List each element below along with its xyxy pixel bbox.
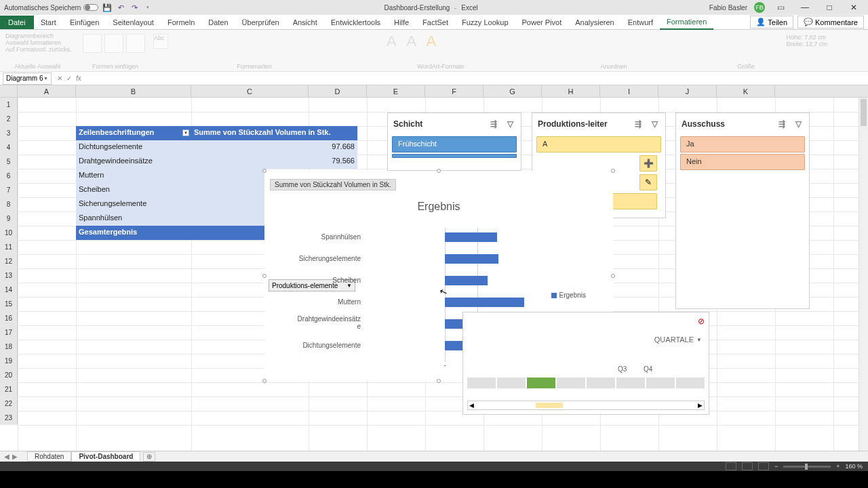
close-icon[interactable]: ✕	[845, 1, 863, 14]
resize-handle[interactable]	[611, 274, 615, 278]
slicer-item-icon[interactable]: ➕	[639, 155, 657, 171]
resize-handle[interactable]	[262, 379, 267, 383]
col-header[interactable]: H	[542, 85, 600, 97]
timeline-segment[interactable]	[587, 378, 615, 388]
resize-handle[interactable]	[262, 169, 267, 173]
pivot-row[interactable]: Drahtgewindeeinsätze	[76, 155, 191, 169]
col-header[interactable]: K	[717, 85, 775, 97]
zoom-value[interactable]: 160 %	[845, 463, 863, 470]
col-header[interactable]: B	[76, 85, 191, 97]
pivot-row[interactable]: Muttern	[76, 169, 191, 183]
sheet-tab[interactable]: Rohdaten	[27, 451, 71, 462]
pivot-row[interactable]: Spannhülsen	[76, 211, 191, 226]
tab-fuzzylookup[interactable]: Fuzzy Lookup	[455, 16, 515, 29]
pivot-value[interactable]	[191, 183, 264, 197]
timeline-segment[interactable]	[497, 378, 526, 388]
tab-daten[interactable]: Daten	[201, 16, 235, 29]
worksheet-grid[interactable]: A B C D E F G H I J K	[0, 85, 868, 451]
zoom-in-icon[interactable]: +	[836, 463, 840, 470]
row-header[interactable]: 7	[0, 183, 18, 197]
tab-formeln[interactable]: Formeln	[161, 16, 201, 29]
pivot-total-label[interactable]: Gesamtergebnis	[76, 226, 191, 240]
clear-filter-icon[interactable]: ▽	[649, 119, 660, 129]
scroll-right-icon[interactable]: ▶	[698, 402, 703, 409]
slicer-item[interactable]: Frühschicht	[392, 136, 517, 152]
filter-dropdown-icon[interactable]: ▼	[182, 129, 189, 136]
timeline-segment[interactable]	[557, 378, 585, 388]
timeline-track[interactable]	[467, 378, 705, 388]
tab-ueberpruefen[interactable]: Überprüfen	[235, 16, 286, 29]
tab-format[interactable]: Formatieren	[660, 15, 713, 30]
share-button[interactable]: 👤Teilen	[750, 16, 793, 28]
next-sheet-icon[interactable]: ▶	[12, 453, 18, 460]
resize-handle[interactable]	[611, 169, 615, 173]
timeline-segment[interactable]	[646, 378, 675, 388]
fx-icon[interactable]: fx	[76, 75, 81, 82]
timeline-segment[interactable]	[467, 378, 496, 388]
redo-icon[interactable]: ↷	[130, 3, 139, 12]
scrollbar-thumb[interactable]	[861, 99, 867, 126]
autosave-toggle[interactable]: Automatisches Speichern	[4, 4, 98, 12]
chart-bar[interactable]	[445, 232, 497, 242]
user-avatar[interactable]: FB	[754, 2, 765, 13]
cancel-formula-icon[interactable]: ✕	[57, 75, 62, 82]
toggle-switch[interactable]	[83, 4, 98, 11]
col-header[interactable]: I	[600, 85, 658, 97]
clear-filter-icon[interactable]: ▽	[505, 119, 515, 129]
clear-timeline-icon[interactable]: ⊘	[698, 317, 705, 326]
slicer-item[interactable]: Nein	[680, 154, 805, 170]
view-normal-icon[interactable]	[726, 462, 736, 470]
chart-legend[interactable]: Ergebnis	[551, 291, 586, 299]
clear-filter-icon[interactable]: ▽	[793, 119, 804, 129]
tab-datei[interactable]: Datei	[0, 16, 34, 29]
row-header[interactable]: 13	[0, 268, 18, 283]
prev-sheet-icon[interactable]: ◀	[4, 453, 9, 460]
ribbon-display-icon[interactable]: ▭	[772, 1, 789, 14]
pivot-value-header[interactable]: Summe von Stückzahl Volumen in Stk.	[191, 126, 357, 140]
row-header[interactable]: 21	[0, 382, 18, 396]
maximize-icon[interactable]: □	[821, 1, 838, 14]
sheet-tab-active[interactable]: Pivot-Dashboard	[71, 451, 140, 462]
pivot-value[interactable]	[191, 169, 264, 183]
slicer-schicht[interactable]: Schicht ⇶▽ Frühschicht	[387, 113, 521, 171]
pivot-row-header[interactable]: Zeilenbeschriftungen ▼	[76, 126, 191, 140]
row-header[interactable]: 17	[0, 325, 18, 340]
multi-select-icon[interactable]: ⇶	[633, 119, 644, 129]
tab-entwicklertools[interactable]: Entwicklertools	[324, 16, 387, 29]
multi-select-icon[interactable]: ⇶	[488, 119, 499, 129]
undo-icon[interactable]: ↶	[116, 3, 125, 12]
chevron-down-icon[interactable]: ▼	[43, 76, 48, 81]
pivot-row[interactable]: Dichtungselemente	[76, 140, 191, 155]
row-header[interactable]: 15	[0, 297, 18, 311]
tab-seitenlayout[interactable]: Seitenlayout	[106, 16, 161, 29]
row-header[interactable]: 2	[0, 112, 18, 126]
scroll-left-icon[interactable]: ◀	[469, 402, 474, 409]
row-header[interactable]: 14	[0, 283, 18, 297]
tab-entwurf[interactable]: Entwurf	[621, 16, 660, 29]
pivot-value[interactable]: 79.566	[191, 155, 357, 169]
slicer-item[interactable]: A	[536, 136, 661, 152]
save-icon[interactable]: 💾	[102, 3, 112, 12]
select-all-corner[interactable]	[0, 85, 18, 97]
comments-button[interactable]: 💬Kommentare	[797, 16, 864, 28]
row-header[interactable]: 9	[0, 211, 18, 226]
vertical-scrollbar[interactable]	[859, 98, 868, 451]
enter-formula-icon[interactable]: ✓	[66, 75, 72, 82]
timeline-segment-selected[interactable]	[527, 378, 555, 388]
col-header[interactable]: G	[484, 85, 542, 97]
chart-bar[interactable]	[445, 276, 488, 285]
resize-handle[interactable]	[437, 379, 441, 383]
row-header[interactable]: 8	[0, 197, 18, 211]
timeline-segment[interactable]	[616, 378, 645, 388]
chart-values-button[interactable]: Summe von Stückzahl Volumen in Stk.	[270, 179, 396, 190]
view-pagelayout-icon[interactable]	[742, 462, 753, 470]
tab-start[interactable]: Start	[34, 16, 63, 29]
pivot-value[interactable]	[191, 211, 264, 226]
tab-ansicht[interactable]: Ansicht	[286, 16, 324, 29]
slicer-item-partial[interactable]	[611, 193, 657, 209]
row-header[interactable]: 12	[0, 254, 18, 268]
name-box[interactable]: Diagramm 6▼	[3, 73, 52, 85]
add-sheet-button[interactable]: ⊕	[143, 452, 155, 462]
scrollbar-thumb[interactable]	[536, 403, 563, 408]
pivot-value[interactable]: 97.668	[191, 140, 357, 155]
